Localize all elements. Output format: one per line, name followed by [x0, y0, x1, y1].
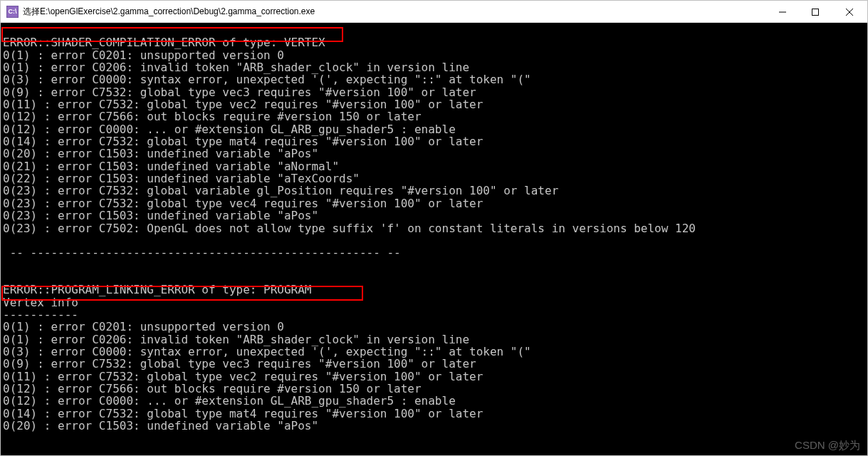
console-line: 0(1) : error C0206: invalid token "ARB_s…	[3, 61, 867, 73]
console-line: 0(11) : error C7532: global type vec2 re…	[3, 98, 867, 110]
console-line: 0(12) : error C0000: ... or #extension G…	[3, 395, 867, 407]
console-line: ERROR::SHADER_COMPILATION_ERROR of type:…	[3, 36, 867, 48]
watermark: CSDN @妙为	[795, 439, 860, 452]
maximize-icon	[812, 9, 819, 16]
app-icon: C:\	[6, 6, 19, 18]
console-line: 0(21) : error C1503: undefined variable …	[3, 160, 867, 172]
console-line: 0(9) : error C7532: global type vec3 req…	[3, 358, 867, 370]
console-line: -- -------------------------------------…	[3, 247, 867, 259]
console-line: 0(20) : error C1503: undefined variable …	[3, 147, 867, 160]
window-title: 选择E:\openGlExercise\2.gamma_correction\D…	[23, 6, 766, 18]
console-line: 0(9) : error C7532: global type vec3 req…	[3, 86, 867, 98]
console-line: 0(22) : error C1503: undefined variable …	[3, 172, 867, 185]
maximize-button[interactable]	[799, 1, 832, 23]
console-line	[3, 234, 867, 247]
console-line: 0(23) : error C1503: undefined variable …	[3, 209, 867, 222]
console-line: 0(1) : error C0206: invalid token "ARB_s…	[3, 333, 867, 346]
console-line: 0(14) : error C7532: global type mat4 re…	[3, 408, 867, 420]
minimize-button[interactable]	[766, 1, 799, 23]
console-line: 0(12) : error C7566: out blocks require …	[3, 110, 867, 123]
console-line	[3, 24, 867, 36]
console-line: 0(20) : error C1503: undefined variable …	[3, 420, 867, 432]
svg-rect-0	[812, 9, 819, 15]
console-line: 0(3) : error C0000: syntax error, unexpe…	[3, 73, 867, 86]
console-line: ERROR::PROGRAM_LINKING_ERROR of type: PR…	[3, 284, 867, 296]
window-frame: C:\ 选择E:\openGlExercise\2.gamma_correcti…	[0, 0, 868, 456]
console-line: 0(23) : error C7502: OpenGL does not all…	[3, 222, 867, 234]
console-line: Vertex info	[3, 296, 867, 309]
title-bar[interactable]: C:\ 选择E:\openGlExercise\2.gamma_correcti…	[1, 1, 867, 23]
console-line: 0(3) : error C0000: syntax error, unexpe…	[3, 346, 867, 358]
console-line: 0(1) : error C0201: unsupported version …	[3, 49, 867, 61]
minimize-icon	[779, 9, 786, 16]
console-line: 0(23) : error C7532: global variable gl_…	[3, 185, 867, 197]
console-line	[3, 259, 867, 271]
console-line: 0(12) : error C7566: out blocks require …	[3, 383, 867, 395]
close-icon	[846, 9, 853, 16]
console-line: 0(14) : error C7532: global type mat4 re…	[3, 135, 867, 147]
console-output[interactable]: ERROR::SHADER_COMPILATION_ERROR of type:…	[1, 23, 867, 455]
window-controls	[766, 1, 867, 22]
close-button[interactable]	[832, 1, 867, 23]
console-line: 0(11) : error C7532: global type vec2 re…	[3, 370, 867, 383]
console-line: -----------	[3, 309, 867, 321]
console-line: 0(23) : error C7532: global type vec4 re…	[3, 197, 867, 209]
console-line	[3, 271, 867, 284]
console-line: 0(12) : error C0000: ... or #extension G…	[3, 123, 867, 135]
console-line: 0(1) : error C0201: unsupported version …	[3, 321, 867, 333]
